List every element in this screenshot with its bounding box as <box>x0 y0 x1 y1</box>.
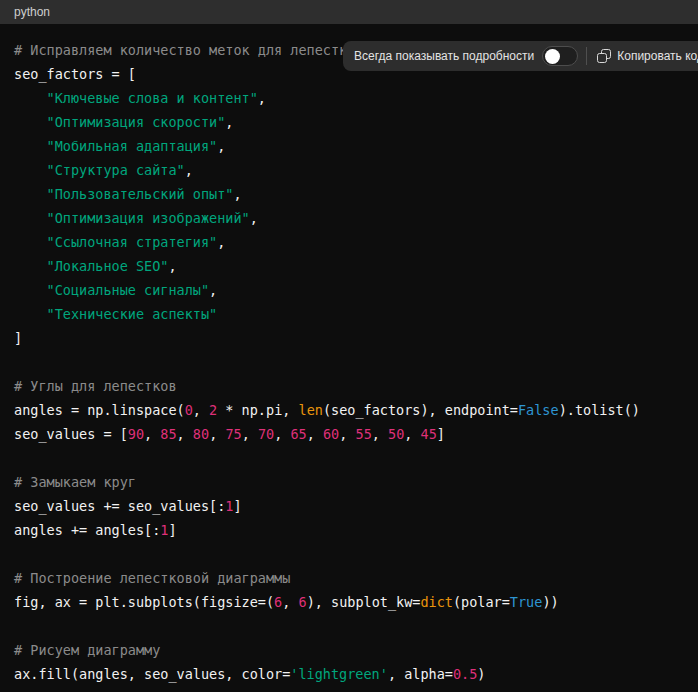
code-line: "Оптимизация изображений", <box>14 206 684 230</box>
code-line: "Оптимизация скорости", <box>14 110 684 134</box>
code-line: seo_values += seo_values[:1] <box>14 494 684 518</box>
code-line: fig, ax = plt.subplots(figsize=(6, 6), s… <box>14 590 684 614</box>
code-line: # Рисуем диаграмму <box>14 638 684 662</box>
code-line <box>14 350 684 374</box>
code-line: "Локальное SEO", <box>14 254 684 278</box>
code-line: ax.fill(angles, seo_values, color='light… <box>14 662 684 686</box>
copy-code-label: Копировать код <box>617 49 698 63</box>
code-line: # Углы для лепестков <box>14 374 684 398</box>
code-line: angles += angles[:1] <box>14 518 684 542</box>
copy-code-button[interactable]: Копировать код <box>595 49 698 63</box>
copy-icon <box>597 49 611 63</box>
code-header: python <box>0 0 698 24</box>
code-line: "Ссылочная стратегия", <box>14 230 684 254</box>
toggle-knob <box>545 49 560 64</box>
code-line: ] <box>14 326 684 350</box>
code-block: python Всегда показывать подробности Коп… <box>0 0 698 692</box>
code-line: "Социальные сигналы", <box>14 278 684 302</box>
code-line: "Ключевые слова и контент", <box>14 86 684 110</box>
code-line: angles = np.linspace(0, 2 * np.pi, len(s… <box>14 398 684 422</box>
code-language-label: python <box>14 5 50 19</box>
code-toolbar: Всегда показывать подробности Копировать… <box>343 41 698 71</box>
code-content: # Исправляем количество меток для лепест… <box>0 24 698 686</box>
code-line: "Технические аспекты" <box>14 302 684 326</box>
code-line: "Структура сайта", <box>14 158 684 182</box>
toolbar-divider <box>586 47 587 65</box>
code-line <box>14 446 684 470</box>
code-line: seo_values = [90, 85, 80, 75, 70, 65, 60… <box>14 422 684 446</box>
always-show-details-label[interactable]: Всегда показывать подробности <box>354 49 534 63</box>
code-line <box>14 614 684 638</box>
always-show-details-toggle[interactable] <box>542 46 578 66</box>
code-line: # Замыкаем круг <box>14 470 684 494</box>
code-line: "Пользовательский опыт", <box>14 182 684 206</box>
code-line: # Построение лепестковой диаграммы <box>14 566 684 590</box>
code-line <box>14 542 684 566</box>
code-line: "Мобильная адаптация", <box>14 134 684 158</box>
